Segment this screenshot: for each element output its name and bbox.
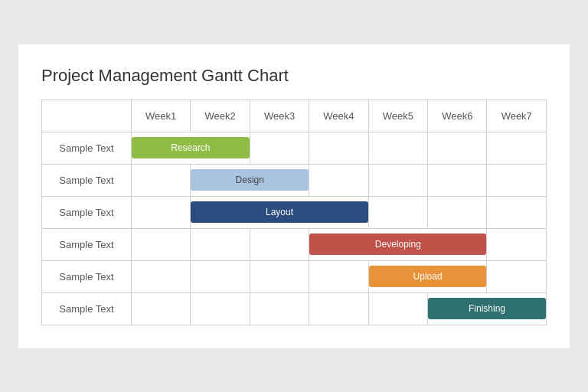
bar-upload: Upload [369,266,487,287]
bar-cell-developing: Developing [309,228,487,260]
empty-cell [191,292,250,325]
header-week-6: Week6 [428,100,487,132]
empty-cell [191,260,250,292]
bar-layout: Layout [191,201,368,223]
header-week-3: Week3 [250,100,309,132]
empty-cell [250,228,309,260]
table-row: Sample TextUpload [42,260,547,292]
empty-cell [131,196,190,228]
empty-cell [487,196,547,228]
empty-cell [309,292,368,325]
empty-cell [368,164,427,196]
empty-cell [250,132,309,164]
chart-title: Project Management Gantt Chart [41,66,547,86]
table-row: Sample TextResearch [42,132,547,164]
empty-cell [487,132,547,164]
header-label-col [42,100,132,132]
row-label: Sample Text [42,228,132,260]
empty-cell [309,164,368,196]
bar-finishing: Finishing [428,298,546,319]
table-row: Sample TextDesign [42,164,547,196]
bar-cell-research: Research [131,132,250,164]
empty-cell [428,132,487,164]
bar-developing: Developing [309,234,486,255]
bar-cell-design: Design [191,164,309,196]
table-row: Sample TextLayout [42,196,547,228]
row-label: Sample Text [42,260,132,292]
empty-cell [191,228,250,260]
empty-cell [487,260,547,292]
header-week-7: Week7 [487,100,547,132]
empty-cell [368,196,427,228]
row-label: Sample Text [42,292,132,325]
table-row: Sample TextFinishing [42,292,547,325]
bar-cell-upload: Upload [368,260,487,292]
bar-research: Research [132,137,250,158]
empty-cell [487,164,547,196]
header-week-2: Week2 [191,100,250,132]
empty-cell [250,292,309,325]
header-week-4: Week4 [309,100,368,132]
row-label: Sample Text [42,164,132,196]
empty-cell [368,292,427,325]
empty-cell [131,164,190,196]
header-week-5: Week5 [368,100,427,132]
empty-cell [428,196,487,228]
bar-cell-layout: Layout [191,196,368,228]
gantt-table: Week1Week2Week3Week4Week5Week6Week7Sampl… [41,100,547,325]
empty-cell [250,260,309,292]
bar-design: Design [191,169,309,191]
row-label: Sample Text [42,196,132,228]
header-week-1: Week1 [131,100,190,132]
table-row: Sample TextDeveloping [42,228,547,260]
empty-cell [131,228,190,260]
row-label: Sample Text [42,132,132,164]
empty-cell [368,132,427,164]
empty-cell [131,292,190,325]
empty-cell [309,260,368,292]
empty-cell [428,164,487,196]
empty-cell [487,228,547,260]
bar-cell-finishing: Finishing [428,292,547,325]
empty-cell [309,132,368,164]
empty-cell [131,260,190,292]
slide: Project Management Gantt Chart Week1Week… [18,44,570,348]
